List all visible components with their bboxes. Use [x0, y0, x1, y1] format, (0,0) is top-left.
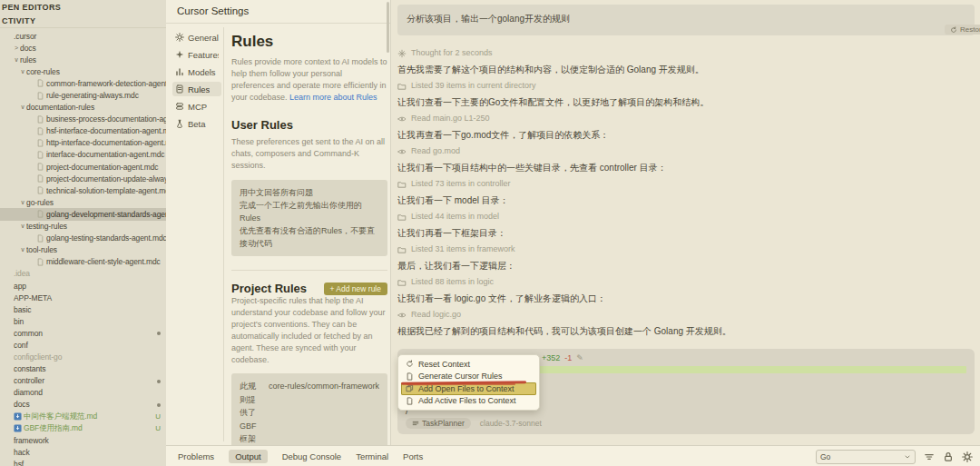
- tree-folder[interactable]: configclient-go: [0, 352, 166, 363]
- tree-folder[interactable]: diamond: [0, 387, 166, 399]
- tree-folder[interactable]: app: [0, 280, 166, 292]
- tool-call-row[interactable]: Listed 44 items in model: [397, 211, 975, 223]
- tree-file[interactable]: hsf-interface-documentation-agent.mdc: [0, 125, 166, 137]
- tree-folder[interactable]: constants: [0, 363, 166, 375]
- settings-tab-models[interactable]: Models: [172, 64, 221, 79]
- tree-file[interactable]: rule-generating-always.mdc: [0, 89, 166, 101]
- model-selector[interactable]: claude-3.7-sonnet: [480, 419, 542, 428]
- panel-tab-debug-console[interactable]: Debug Console: [282, 451, 342, 461]
- assistant-text-row: 最后，让我们看一下逻辑层：: [397, 260, 975, 272]
- tool-call-row[interactable]: Listed 31 items in framework: [397, 243, 975, 255]
- chevron-expanded-icon[interactable]: ∨: [19, 246, 26, 253]
- project-rules-box[interactable]: 此规则提供了GBF框架的使用指南。适用于读取代码、代码编程 core-rules…: [231, 373, 387, 445]
- tree-folder[interactable]: common: [0, 327, 166, 339]
- panel-tab-problems[interactable]: Problems: [178, 451, 214, 461]
- tree-file[interactable]: middleware-client-style-agent.mdc: [0, 256, 166, 268]
- tree-folder[interactable]: controller: [0, 375, 166, 387]
- lines-removed-count: -1: [564, 353, 572, 362]
- message-text: 让我们看一看 logic.go 文件，了解业务逻辑的入口：: [397, 292, 606, 304]
- tree-file[interactable]: 中间件客户端规范.mdU: [0, 411, 166, 422]
- message-text: Listed 31 items in framework: [411, 243, 515, 255]
- tree-folder[interactable]: APP-META: [0, 292, 166, 303]
- settings-tab-general[interactable]: General: [172, 30, 221, 45]
- modified-dot-badge: [157, 377, 161, 385]
- tool-call-row[interactable]: Listed 88 items in logic: [397, 276, 975, 288]
- bottom-panel-bar: ProblemsOutputDebug ConsoleTerminalPorts…: [166, 445, 980, 466]
- output-channel-select[interactable]: Go: [816, 450, 916, 464]
- assistant-text-row: 首先我需要了解这个项目的结构和内容，以便定制合适的 Golang 开发规则。: [397, 64, 975, 75]
- tree-folder[interactable]: hsf: [0, 458, 166, 466]
- filter-icon[interactable]: [924, 451, 935, 462]
- chevron-expanded-icon[interactable]: ∨: [13, 56, 20, 64]
- tree-folder[interactable]: bin: [0, 315, 166, 327]
- add-new-rule-button[interactable]: + Add new rule: [324, 283, 387, 295]
- tree-folder[interactable]: docs: [0, 399, 166, 411]
- cursor-ide-window: PEN EDITORS CTIVITY .cursor>docs∨rules∨c…: [0, 0, 980, 466]
- tree-item-label: core-rules: [26, 67, 166, 76]
- tree-file[interactable]: http-interface-documentation-agent.mdc: [0, 137, 166, 149]
- tree-folder[interactable]: basic: [0, 303, 166, 315]
- tree-folder[interactable]: framework: [0, 434, 166, 446]
- assistant-text-row: 让我们看一看 logic.go 文件，了解业务逻辑的入口：: [397, 292, 975, 304]
- tree-folder[interactable]: .idea: [0, 268, 166, 280]
- tool-call-row[interactable]: Listed 73 items in controller: [397, 178, 975, 190]
- settings-tab-label: Beta: [188, 119, 206, 129]
- tree-folder[interactable]: ∨testing-rules: [0, 221, 166, 233]
- tree-folder[interactable]: ∨go-rules: [0, 196, 166, 208]
- file-icon: [36, 79, 44, 87]
- settings-scrollbar[interactable]: [387, 2, 389, 53]
- workspace-header[interactable]: CTIVITY: [0, 14, 166, 28]
- tree-folder[interactable]: .cursor: [0, 30, 166, 42]
- tree-file[interactable]: interface-documentation-agent.mdc: [0, 149, 166, 161]
- chevron-expanded-icon[interactable]: ∨: [19, 223, 26, 230]
- restore-checkpoint-button[interactable]: Restore: [945, 25, 980, 35]
- tree-folder[interactable]: conf: [0, 339, 166, 351]
- menu-item-reset-context[interactable]: Reset Context: [401, 358, 536, 371]
- learn-more-link[interactable]: Learn more about Rules: [289, 93, 377, 102]
- open-editors-header[interactable]: PEN EDITORS: [0, 0, 166, 14]
- gear-icon: [175, 33, 184, 42]
- menu-item-label: Add Open Files to Context: [418, 384, 514, 393]
- tree-file[interactable]: project-documentation-agent.mdc: [0, 161, 166, 173]
- tree-file[interactable]: GBF使用指南.mdU: [0, 422, 166, 434]
- lock-icon[interactable]: [943, 451, 954, 462]
- tree-file[interactable]: project-documentation-update-always.mdc: [0, 173, 166, 184]
- tree-folder[interactable]: ∨documentation-rules: [0, 102, 166, 114]
- tree-file[interactable]: technical-solution-template-agent.mdc: [0, 184, 166, 196]
- tree-folder[interactable]: ∨core-rules: [0, 65, 166, 77]
- tree-item-label: constants: [14, 364, 166, 373]
- tree-folder[interactable]: ∨tool-rules: [0, 244, 166, 256]
- tree-file[interactable]: golang-development-standards-agent.mdc: [0, 208, 166, 220]
- chevron-expanded-icon[interactable]: ∨: [19, 68, 26, 75]
- tree-folder[interactable]: >docs: [0, 42, 166, 54]
- tool-call-row[interactable]: Read logic.go: [397, 309, 975, 321]
- tree-item-label: .cursor: [14, 32, 166, 41]
- settings-tab-features[interactable]: Features: [172, 47, 221, 62]
- tool-call-row[interactable]: Listed 39 items in current directory: [397, 80, 975, 92]
- agent-mode-chip[interactable]: TaskPlanner: [406, 418, 471, 429]
- tool-call-row[interactable]: Read go.mod: [397, 145, 975, 157]
- settings-tab-beta[interactable]: Beta: [172, 116, 221, 131]
- user-rules-textarea[interactable]: 用中文回答所有问题完成一个工作之前先输出你使用的Rules优先查看有没有合适的R…: [231, 180, 387, 256]
- settings-tab-rules[interactable]: Rules: [172, 82, 221, 96]
- chevron-collapsed-icon[interactable]: >: [13, 45, 20, 51]
- tool-call-row[interactable]: Read main.go L1-250: [397, 113, 975, 124]
- tree-folder[interactable]: hack: [0, 446, 166, 458]
- settings-tab-mcp[interactable]: MCP: [172, 99, 221, 114]
- panel-tab-ports[interactable]: Ports: [403, 451, 423, 461]
- panel-tab-terminal[interactable]: Terminal: [356, 451, 388, 461]
- tree-file[interactable]: golang-testing-standards-agent.mdc: [0, 233, 166, 244]
- message-text: 最后，让我们看一下逻辑层：: [397, 260, 515, 272]
- list-icon: [412, 420, 419, 427]
- panel-tab-output[interactable]: Output: [229, 450, 268, 463]
- tool-call-row[interactable]: Thought for 2 seconds: [397, 47, 975, 59]
- chevron-expanded-icon[interactable]: ∨: [19, 199, 26, 206]
- edit-pencil-icon[interactable]: ✎: [576, 353, 583, 362]
- gear-icon[interactable]: [962, 451, 973, 462]
- menu-item-add-active-files-to-context[interactable]: Add Active Files to Context: [401, 395, 536, 408]
- tree-file[interactable]: common-framework-detection-agent.mdc: [0, 77, 166, 89]
- tree-file[interactable]: business-process-documentation-agent.mdc: [0, 114, 166, 125]
- chevron-expanded-icon[interactable]: ∨: [19, 104, 26, 111]
- message-text: Read go.mod: [411, 145, 460, 157]
- tree-folder[interactable]: ∨rules: [0, 54, 166, 65]
